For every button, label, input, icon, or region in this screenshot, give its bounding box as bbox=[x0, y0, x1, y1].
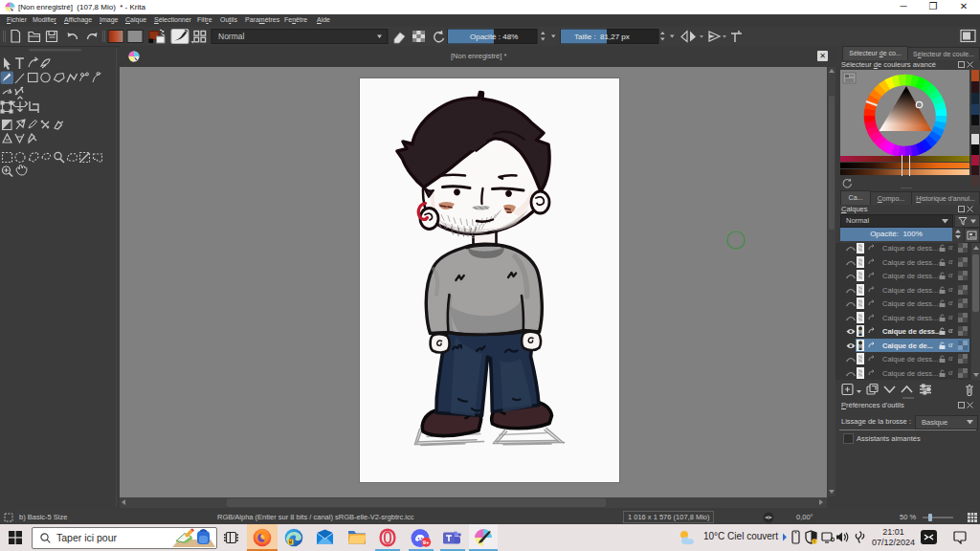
svg-text:9+: 9+ bbox=[423, 540, 430, 545]
svg-text:Opacité : 48%: Opacité : 48% bbox=[470, 33, 518, 41]
svg-text:Normal: Normal bbox=[218, 32, 245, 41]
svg-text:Taille : 81,27 px: Taille : 81,27 px bbox=[574, 33, 630, 41]
